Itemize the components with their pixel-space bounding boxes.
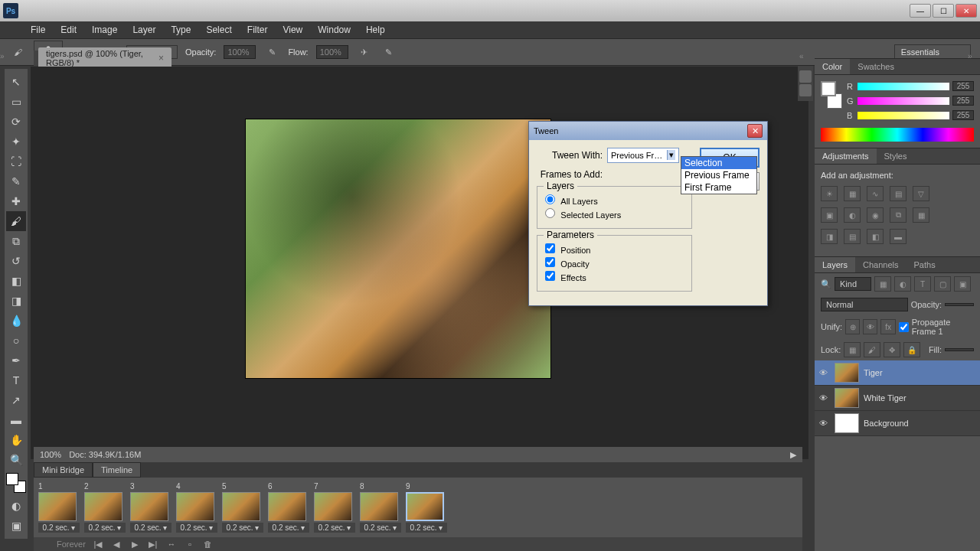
tab-mini-bridge[interactable]: Mini Bridge [34, 462, 93, 478]
dialog-close-button[interactable]: ✕ [747, 124, 763, 138]
visibility-icon[interactable]: 👁 [819, 368, 830, 377]
doc-size[interactable]: Doc: 394.9K/1.16M [69, 450, 141, 459]
crop-tool-icon[interactable]: ⛶ [6, 152, 26, 171]
menu-help[interactable]: Help [358, 24, 393, 35]
color-swatch-tool[interactable] [6, 473, 26, 493]
dodge-tool-icon[interactable]: ○ [6, 331, 26, 350]
timeline-frame[interactable]: 20.2 sec. ▾ [84, 482, 126, 533]
layer-row[interactable]: 👁 Tiger [815, 360, 980, 386]
status-play-icon[interactable]: ▶ [790, 450, 796, 460]
menu-select[interactable]: Select [198, 24, 239, 35]
frame-delay[interactable]: 0.2 sec. ▾ [176, 523, 217, 533]
menu-layer[interactable]: Layer [125, 24, 163, 35]
tool-preset-icon[interactable]: 🖌 [9, 44, 26, 60]
menu-edit[interactable]: Edit [53, 24, 84, 35]
position-checkbox[interactable]: Position [545, 243, 684, 256]
airbrush-icon[interactable]: ✈ [356, 44, 373, 60]
filter-type-icon[interactable]: T [914, 276, 931, 292]
opacity-panel-input[interactable] [945, 303, 974, 306]
timeline-frame[interactable]: 70.2 sec. ▾ [314, 482, 355, 533]
hand-tool-icon[interactable]: ✋ [6, 430, 26, 450]
threshold-icon[interactable]: ◧ [867, 229, 884, 244]
gradient-map-icon[interactable]: ▬ [890, 229, 906, 244]
next-frame-icon[interactable]: ▶| [147, 540, 159, 549]
visibility-icon[interactable]: 👁 [819, 393, 830, 403]
brightness-icon[interactable]: ☀ [821, 186, 838, 201]
layer-thumbnail[interactable] [835, 363, 859, 383]
frame-delay[interactable]: 0.2 sec. ▾ [314, 523, 355, 533]
tween-icon[interactable]: ↔ [165, 540, 178, 549]
layer-row[interactable]: 👁 White Tiger [815, 386, 980, 411]
g-slider[interactable] [858, 97, 949, 105]
maximize-button[interactable]: ☐ [933, 4, 954, 18]
frame-delay[interactable]: 0.2 sec. ▾ [222, 523, 263, 533]
close-button[interactable]: ✕ [956, 4, 977, 18]
menu-view[interactable]: View [275, 24, 310, 35]
eyedropper-tool-icon[interactable]: ✎ [6, 171, 26, 191]
shape-tool-icon[interactable]: ▬ [6, 410, 26, 430]
selected-layers-radio[interactable]: Selected Layers [545, 208, 684, 220]
layer-thumbnail[interactable] [835, 388, 859, 408]
blend-mode-select[interactable]: Normal [821, 298, 908, 311]
menu-window[interactable]: Window [310, 24, 358, 35]
opacity-checkbox[interactable]: Opacity [545, 257, 684, 269]
opacity-pressure-icon[interactable]: ✎ [263, 44, 280, 60]
workspace-switcher[interactable]: Essentials [894, 44, 971, 60]
timeline-frame[interactable]: 90.2 sec. ▾ [406, 482, 447, 533]
b-value[interactable]: 255 [952, 110, 974, 120]
frame-delay[interactable]: 0.2 sec. ▾ [84, 523, 126, 533]
opacity-input[interactable]: 100% [224, 45, 256, 59]
path-tool-icon[interactable]: ↗ [6, 390, 26, 410]
timeline-frame[interactable]: 30.2 sec. ▾ [130, 482, 172, 533]
timeline-frame[interactable]: 10.2 sec. ▾ [38, 482, 80, 533]
eraser-tool-icon[interactable]: ◧ [6, 271, 26, 291]
tab-swatches[interactable]: Swatches [850, 59, 902, 74]
menu-image[interactable]: Image [84, 24, 125, 35]
screenmode-icon[interactable]: ▣ [6, 516, 26, 536]
dropdown-option-selection[interactable]: Selection [681, 157, 756, 169]
frame-delay[interactable]: 0.2 sec. ▾ [38, 523, 80, 533]
lock-pixels-icon[interactable]: 🖌 [864, 342, 880, 357]
tab-layers[interactable]: Layers [815, 257, 855, 272]
layer-row[interactable]: 👁 Background [815, 411, 980, 436]
healing-tool-icon[interactable]: ✚ [6, 191, 26, 211]
move-tool-icon[interactable]: ↖ [6, 72, 26, 92]
effects-checkbox[interactable]: Effects [545, 271, 684, 283]
loop-select[interactable]: Forever [57, 540, 86, 549]
filter-adj-icon[interactable]: ◐ [894, 276, 911, 292]
magic-wand-tool-icon[interactable]: ✦ [6, 132, 26, 152]
menu-filter[interactable]: Filter [240, 24, 276, 35]
levels-icon[interactable]: ▦ [844, 186, 861, 201]
duplicate-frame-icon[interactable]: ▫ [184, 540, 196, 549]
all-layers-radio[interactable]: All Layers [545, 194, 684, 207]
unify-visibility-icon[interactable]: 👁 [863, 319, 877, 334]
visibility-icon[interactable]: 👁 [819, 419, 830, 428]
channel-mixer-icon[interactable]: ⧉ [890, 207, 906, 223]
tab-timeline[interactable]: Timeline [93, 462, 141, 478]
color-lookup-icon[interactable]: ▦ [913, 207, 929, 223]
dropdown-option-previous-frame[interactable]: Previous Frame [681, 169, 756, 181]
r-slider[interactable] [858, 83, 949, 90]
hue-icon[interactable]: ▣ [821, 207, 838, 223]
vibrance-icon[interactable]: ▽ [913, 186, 929, 201]
delete-frame-icon[interactable]: 🗑 [202, 540, 214, 549]
collapsed-panel-icon[interactable] [799, 70, 812, 83]
flow-pressure-icon[interactable]: ✎ [381, 44, 397, 60]
filter-icon[interactable]: 🔍 [821, 279, 831, 289]
invert-icon[interactable]: ◨ [821, 229, 838, 244]
tab-paths[interactable]: Paths [906, 257, 943, 272]
dropdown-option-first-frame[interactable]: First Frame [681, 181, 756, 194]
blur-tool-icon[interactable]: 💧 [6, 311, 26, 331]
quickmask-icon[interactable]: ◐ [6, 496, 26, 516]
lasso-tool-icon[interactable]: ⟳ [6, 112, 26, 132]
filter-smart-icon[interactable]: ▣ [954, 276, 971, 292]
document-close-icon[interactable]: × [158, 53, 164, 64]
tween-with-select[interactable]: Previous Fr… ▾ [607, 148, 679, 163]
gradient-tool-icon[interactable]: ◨ [6, 291, 26, 311]
tab-adjustments[interactable]: Adjustments [815, 148, 877, 164]
color-spectrum[interactable] [821, 128, 974, 142]
tab-channels[interactable]: Channels [855, 257, 906, 272]
prev-frame-icon[interactable]: ◀ [110, 540, 122, 549]
menu-file[interactable]: File [23, 24, 53, 35]
posterize-icon[interactable]: ▤ [844, 229, 861, 244]
